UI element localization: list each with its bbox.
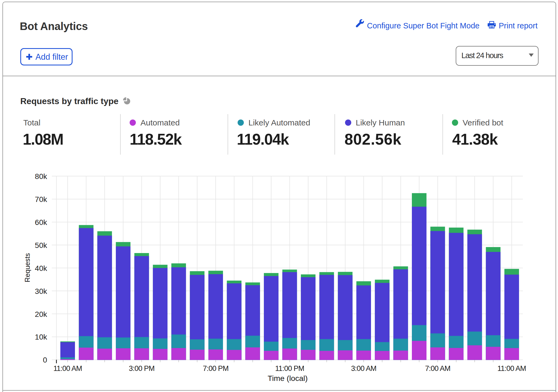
svg-text:7:00 PM: 7:00 PM (203, 364, 229, 373)
svg-text:80k: 80k (35, 172, 47, 181)
svg-text:40k: 40k (35, 264, 47, 273)
svg-text:7:00 AM: 7:00 AM (425, 364, 450, 373)
svg-text:Time (local): Time (local) (268, 374, 308, 383)
svg-text:20k: 20k (35, 310, 47, 318)
svg-text:60k: 60k (35, 218, 47, 227)
svg-text:3:00 AM: 3:00 AM (351, 364, 376, 373)
svg-text:11:00 AM: 11:00 AM (53, 364, 82, 373)
svg-text:11:00 PM: 11:00 PM (275, 364, 304, 373)
svg-text:3:00 PM: 3:00 PM (129, 364, 155, 373)
svg-text:10k: 10k (35, 333, 47, 341)
svg-text:50k: 50k (35, 241, 47, 250)
svg-text:11:00 AM: 11:00 AM (497, 364, 526, 373)
svg-text:0: 0 (43, 356, 47, 364)
svg-text:30k: 30k (35, 287, 47, 295)
svg-text:Requests: Requests (24, 253, 31, 282)
svg-text:70k: 70k (35, 195, 47, 204)
